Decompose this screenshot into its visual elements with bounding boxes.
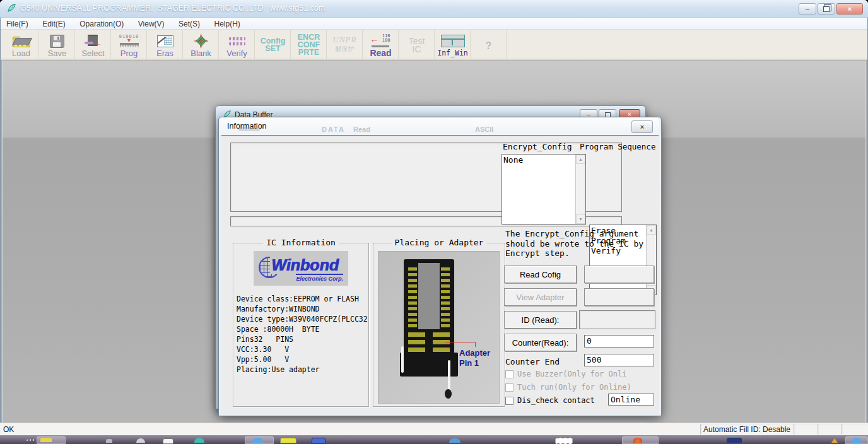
dis-check-contact-checkbox[interactable] <box>505 397 513 405</box>
adapter-pin1-label: Adapter Pin 1 <box>459 348 490 368</box>
mdi-client-area: Data Buffer – × Information DATA Read AS… <box>2 61 866 423</box>
toolbar-test-ic-button: Test IC <box>399 30 435 59</box>
socket-pins-right <box>441 267 450 329</box>
taskbar-icon[interactable] <box>136 438 145 443</box>
toolbar-select-button[interactable]: ← Select <box>76 30 111 59</box>
ghost-blob <box>238 127 260 131</box>
pin1-pointer-line <box>445 342 476 342</box>
blank-icon <box>194 33 209 49</box>
toolbar-inf-win-button[interactable]: Inf_Win <box>435 30 471 59</box>
toolbar-load-button[interactable]: Load <box>4 30 39 59</box>
toolbar-verify-button[interactable]: Verify <box>220 30 255 59</box>
counter-read-field[interactable]: 0 <box>584 335 654 348</box>
counter-end-label: Counter End <box>505 357 560 366</box>
device-info-lines: Device class:EEPROM or FLASH Manufactory… <box>237 294 368 375</box>
status-cell <box>794 424 818 435</box>
id-read-field[interactable] <box>579 310 655 329</box>
taskbar-icon[interactable] <box>312 438 326 444</box>
taskbar-icon[interactable] <box>194 438 204 443</box>
ghost-label-ascii: ASCII <box>475 126 493 133</box>
toolbar-encr-conf-prte-button[interactable]: ENCR CONF PRTE <box>291 30 327 59</box>
pin1-pointer-tick <box>475 342 476 347</box>
main-window: G540 UNIVERSALL PROGRAMMER. STAGER ELECT… <box>0 0 868 435</box>
socket-right-lever <box>448 360 450 393</box>
select-chip-icon: ← <box>85 33 102 49</box>
menu-file[interactable]: File(F) <box>1 18 34 30</box>
id-read-button[interactable]: ID (Read): <box>504 311 577 329</box>
taskbar[interactable] <box>0 435 868 444</box>
dialog-close-button[interactable]: × <box>631 120 653 133</box>
taskbar-grip <box>26 439 35 441</box>
ic-information-group: IC Information Winbond Electronics Corp.… <box>233 243 369 407</box>
main-titlebar: G540 UNIVERSALL PROGRAMMER. STAGER ELECT… <box>0 0 868 18</box>
placing-adapter-group: Placing or Adapter Ad <box>373 243 505 407</box>
menu-view[interactable]: View(V) <box>132 18 170 30</box>
window-title: G540 UNIVERSALL PROGRAMMER. STAGER ELECT… <box>20 4 325 13</box>
encrypt-note: The Encrypt_Config argument should be wr… <box>505 229 659 259</box>
program-sequence-label: Program Sequence <box>580 142 655 151</box>
statusbar: OK Automatic Fill ID: Desable <box>0 423 868 435</box>
view-adapter-button: View Adapter <box>504 288 577 306</box>
restore-icon <box>823 6 830 12</box>
toolbar-blank-button[interactable]: Blank <box>184 30 219 59</box>
menubar: File(F) Edit(E) Oparation(O) View(V) Set… <box>1 18 867 30</box>
socket-lever-knob <box>445 389 452 399</box>
winbond-logo-sub: Electronics Corp. <box>296 274 343 282</box>
encrypt-config-list[interactable]: None ▲ ▼ <box>501 154 586 225</box>
read-cofig-field <box>584 266 654 283</box>
scroll-down-icon[interactable]: ▼ <box>576 214 585 224</box>
read-cofig-button[interactable]: Read Cofig <box>504 266 577 283</box>
taskbar-icon[interactable] <box>252 438 263 443</box>
encrypt-config-label: Encrypt_Config <box>503 142 572 151</box>
caption-buttons: – × <box>797 3 863 15</box>
counter-end-field[interactable]: 500 <box>584 354 654 366</box>
counter-read-button[interactable]: Counter(Read): <box>504 334 577 351</box>
load-icon <box>12 33 31 49</box>
adapter-socket-image: Adapter Pin 1 <box>378 251 500 404</box>
toolbar-prog-button[interactable]: 010010▼ Prog <box>112 30 147 59</box>
toolbar-read-button[interactable]: ←110 100 Read <box>363 30 399 59</box>
dialog-body: Encrypt_Config None ▲ ▼ Program Sequence… <box>221 135 659 414</box>
ic-information-legend: IC Information <box>263 238 339 247</box>
toolbar-eras-button[interactable]: Eras <box>148 30 183 59</box>
verify-icon <box>229 33 245 49</box>
taskbar-folder-icon[interactable] <box>40 438 52 442</box>
taskbar-icon[interactable] <box>633 438 642 443</box>
information-titlebar[interactable]: Information DATA Read ASCII × <box>220 118 659 135</box>
taskbar-icon[interactable] <box>831 438 838 443</box>
view-adapter-field <box>584 288 654 306</box>
use-buzzer-checkbox-row: Use Buzzer(Only for Onli <box>505 370 626 378</box>
online-field[interactable]: Online <box>608 394 654 406</box>
socket-pins-left <box>408 267 417 329</box>
placing-adapter-legend: Placing or Adapter <box>392 238 487 247</box>
toolbar-config-set-button[interactable]: Config SET <box>255 30 291 59</box>
winbond-logo: Winbond Electronics Corp. <box>254 251 348 286</box>
tuch-run-checkbox-row: Tuch run(Only for Online) <box>505 383 631 392</box>
taskbar-icon[interactable] <box>449 438 460 443</box>
taskbar-icon[interactable] <box>280 438 296 443</box>
taskbar-icon[interactable] <box>106 439 112 443</box>
dis-check-contact-checkbox-row[interactable]: Dis_check contact <box>505 396 595 405</box>
menu-set[interactable]: Set(S) <box>173 18 206 30</box>
close-button[interactable]: × <box>836 3 863 15</box>
toolbar-save-button[interactable]: Save <box>40 30 75 59</box>
taskbar-icon[interactable] <box>163 438 173 444</box>
status-cell <box>842 424 867 435</box>
scroll-up-icon[interactable]: ▲ <box>576 155 585 164</box>
menu-operation[interactable]: Oparation(O) <box>74 18 129 30</box>
encrypt-config-scrollbar[interactable]: ▲ ▼ <box>575 155 585 224</box>
save-icon <box>50 33 64 49</box>
information-dialog: Information DATA Read ASCII × Encrypt_Co… <box>218 117 662 416</box>
prog-icon: 010010▼ <box>119 33 140 49</box>
minimize-button[interactable]: – <box>799 3 816 15</box>
menu-help[interactable]: Help(H) <box>208 18 245 30</box>
read-icon: ←110 100 <box>370 33 392 49</box>
ghost-label-data: DATA <box>322 126 345 133</box>
menu-edit[interactable]: Edit(E) <box>37 18 71 30</box>
socket-ic-body <box>418 263 440 329</box>
restore-button[interactable] <box>818 3 835 15</box>
ghost-label-read: Read <box>353 126 370 133</box>
app-icon <box>6 3 16 13</box>
taskbar-icon[interactable] <box>727 438 742 443</box>
taskbar-icon[interactable] <box>555 438 573 444</box>
